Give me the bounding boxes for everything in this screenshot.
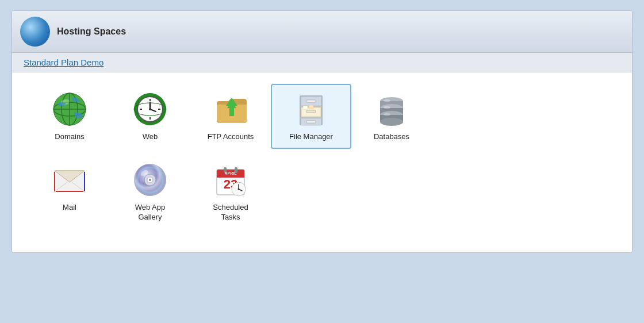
webappgallery-label: Web App Gallery <box>135 203 166 222</box>
domains-icon <box>51 91 88 128</box>
svg-point-37 <box>380 118 403 126</box>
svg-point-16 <box>149 108 151 110</box>
svg-rect-30 <box>306 121 316 123</box>
webappgallery-icon <box>132 162 168 198</box>
icon-item-scheduledtasks[interactable]: APRIL 23 Scheduled Tasks <box>190 155 271 229</box>
svg-rect-28 <box>306 110 316 113</box>
svg-rect-26 <box>303 106 308 109</box>
databases-icon <box>373 91 410 128</box>
filemanager-icon <box>293 91 329 128</box>
svg-rect-27 <box>309 105 313 109</box>
web-label: Web <box>143 132 158 142</box>
icon-item-web[interactable]: Web <box>110 84 190 149</box>
svg-point-40 <box>384 113 390 116</box>
ftp-icon <box>212 91 249 128</box>
mail-icon <box>51 162 88 198</box>
ftp-label: FTP Accounts <box>208 132 254 142</box>
panel-title: Hosting Spaces <box>57 26 126 37</box>
plan-bar: Standard Plan Demo <box>12 53 632 72</box>
icon-item-webappgallery[interactable]: Web App Gallery <box>110 155 190 229</box>
icons-row-1: Domains <box>29 84 615 149</box>
header-ball-icon <box>20 17 50 47</box>
svg-point-39 <box>384 106 390 109</box>
plan-link[interactable]: Standard Plan Demo <box>24 57 103 67</box>
svg-point-38 <box>384 99 390 102</box>
scheduledtasks-icon: APRIL 23 <box>212 162 249 198</box>
scheduledtasks-label: Scheduled Tasks <box>213 203 248 222</box>
filemanager-label: File Manager <box>289 132 333 142</box>
icon-item-ftp[interactable]: FTP Accounts <box>190 84 271 149</box>
icons-area: Domains <box>12 72 632 252</box>
icon-item-databases[interactable]: Databases <box>351 84 432 149</box>
icons-row-2: Mail <box>29 155 615 229</box>
domains-label: Domains <box>55 132 84 142</box>
svg-rect-23 <box>306 100 316 102</box>
svg-point-68 <box>238 188 240 190</box>
panel-header: Hosting Spaces <box>12 11 632 53</box>
icon-item-domains[interactable]: Domains <box>29 84 110 149</box>
icon-item-filemanager[interactable]: File Manager <box>271 84 351 149</box>
icon-item-mail[interactable]: Mail <box>29 155 110 229</box>
hosting-panel: Hosting Spaces Standard Plan Demo <box>12 10 632 253</box>
mail-label: Mail <box>63 203 76 213</box>
svg-point-55 <box>149 179 151 181</box>
svg-text:APRIL: APRIL <box>225 171 237 175</box>
web-icon <box>132 91 168 128</box>
databases-label: Databases <box>374 132 409 142</box>
